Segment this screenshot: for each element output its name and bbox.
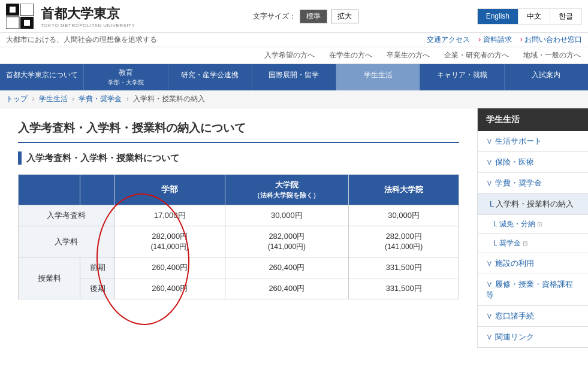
request-link[interactable]: › 資料請求	[478, 35, 511, 45]
table-header-houka: 法科大学院	[349, 175, 459, 205]
main-nav-item-career[interactable]: キャリア・就職	[420, 64, 504, 90]
access-link[interactable]: 交通アクセス	[427, 35, 470, 45]
label-spring: 前期	[80, 257, 114, 278]
sidebar-item-procedures[interactable]: ∨ 窓口諸手続	[478, 306, 588, 327]
main-nav-item-education[interactable]: 教育 学部・大学院	[84, 64, 168, 90]
cat-nav-item-2[interactable]: 在学生の方へ	[322, 47, 379, 63]
university-name: 首都大学東京	[41, 5, 135, 23]
logo-area: 首都大学東京 TOKYO METROPOLITAN UNIVERSITY	[6, 4, 135, 29]
value-exam-gakubu: 17,000円	[114, 205, 225, 226]
breadcrumb-student[interactable]: 学生生活	[39, 95, 68, 103]
sidebar: 学生生活 ∨ 生活サポート ∨ 保険・医療 ∨ 学費・奨学金 L 入学料・授業料…	[477, 108, 588, 348]
value-tuition-spring-houka: 331,500円	[349, 257, 459, 278]
section-marker	[18, 151, 22, 165]
cat-nav-item-3[interactable]: 卒業生の方へ	[379, 47, 437, 63]
svg-rect-1	[20, 4, 34, 16]
breadcrumb-current: 入学料・授業料の納入	[133, 95, 205, 103]
label-fall: 後期	[80, 278, 114, 299]
value-tuition-spring-gakubu: 260,400円	[114, 257, 225, 278]
label-tuition: 授業料	[19, 257, 80, 299]
breadcrumb: トップ › 学生生活 › 学費・奨学金 › 入学料・授業料の納入	[0, 90, 588, 108]
main-nav-item-research[interactable]: 研究・産学公連携	[168, 64, 252, 90]
sidebar-item-active[interactable]: L 入学料・授業料の納入	[478, 194, 588, 215]
label-admission: 入学料	[19, 226, 115, 257]
cat-nav-item-4[interactable]: 企業・研究者の方へ	[437, 47, 516, 63]
sidebar-item-insurance[interactable]: ∨ 保険・医療	[478, 152, 588, 173]
fee-table: 学部 大学院（法科大学院を除く） 法科大学院 入学考査料 17,000円 30,…	[18, 174, 459, 299]
value-tuition-fall-gakubu: 260,400円	[114, 278, 225, 299]
table-row-tuition-spring: 授業料 前期 260,400円 260,400円 331,500円	[19, 257, 459, 278]
value-exam-houka: 30,000円	[349, 205, 459, 226]
label-entrance-exam: 入学考査料	[19, 205, 115, 226]
svg-rect-5	[24, 20, 30, 26]
value-admission-daigakuin: 282,000円(141,000円)	[225, 226, 349, 257]
font-size-area: 文字サイズ： 標準 拡大	[253, 10, 358, 23]
value-tuition-fall-houka: 331,500円	[349, 278, 459, 299]
font-standard-button[interactable]: 標準	[300, 10, 327, 23]
table-header-empty2	[80, 175, 114, 205]
university-tagline: 大都市における、人間社会の理想像を追求する	[6, 35, 157, 45]
breadcrumb-fees[interactable]: 学費・奨学金	[79, 95, 122, 103]
breadcrumb-top[interactable]: トップ	[6, 95, 28, 103]
main-content: 入学考査料・入学料・授業料の納入について 入学考査料・入学料・授業料について 学…	[0, 108, 477, 348]
table-header-gakubu: 学部	[114, 175, 225, 205]
sidebar-item-curriculum[interactable]: ∨ 履修・授業・資格課程等	[478, 274, 588, 306]
value-exam-daigakuin: 30,000円	[225, 205, 349, 226]
sidebar-item-reduction[interactable]: L 減免・分納 ⊡	[478, 215, 588, 234]
value-tuition-spring-daigakuin: 260,400円	[225, 257, 349, 278]
lang-english-button[interactable]: English	[478, 9, 518, 24]
sidebar-item-fees[interactable]: ∨ 学費・奨学金	[478, 173, 588, 194]
table-row-admission-fee: 入学料 282,000円(141,000円) 282,000円(141,000円…	[19, 226, 459, 257]
svg-rect-2	[6, 17, 19, 29]
main-nav: 首都大学東京について 教育 学部・大学院 研究・産学公連携 国際展開・留学 学生…	[0, 64, 588, 90]
main-nav-item-admission[interactable]: 入試案内	[505, 64, 588, 90]
section-title: 入学考査料・入学料・授業料について	[26, 153, 179, 164]
table-wrapper: 学部 大学院（法科大学院を除く） 法科大学院 入学考査料 17,000円 30,…	[18, 174, 459, 305]
sidebar-title: 学生生活	[478, 108, 588, 131]
sub-header-links: 交通アクセス › 資料請求 › お問い合わせ窓口	[427, 35, 582, 45]
font-large-button[interactable]: 拡大	[331, 10, 358, 23]
university-logo	[6, 4, 35, 29]
lang-korean-button[interactable]: 한글	[550, 9, 581, 24]
table-header-empty1	[19, 175, 80, 205]
sidebar-item-facility[interactable]: ∨ 施設の利用	[478, 253, 588, 274]
cat-nav-item-5[interactable]: 地域・一般の方へ	[516, 47, 588, 63]
contact-link[interactable]: › お問い合わせ窓口	[520, 35, 582, 45]
cat-nav-item-1[interactable]: 入学希望の方へ	[257, 47, 322, 63]
main-nav-item-international[interactable]: 国際展開・留学	[252, 64, 336, 90]
main-nav-item-university[interactable]: 首都大学東京について	[0, 64, 84, 90]
lang-chinese-button[interactable]: 中文	[518, 9, 550, 24]
value-admission-gakubu: 282,000円(141,000円)	[114, 226, 225, 257]
table-header-daigakuin: 大学院（法科大学院を除く）	[225, 175, 349, 205]
svg-rect-4	[10, 7, 16, 13]
university-name-en: TOKYO METROPOLITAN UNIVERSITY	[41, 23, 135, 28]
table-row-tuition-fall: 後期 260,400円 260,400円 331,500円	[19, 278, 459, 299]
sidebar-item-support[interactable]: ∨ 生活サポート	[478, 131, 588, 152]
value-admission-houka: 282,000円(141,000円)	[349, 226, 459, 257]
sidebar-item-scholarship[interactable]: L 奨学金 ⊡	[478, 234, 588, 253]
page-title: 入学考査料・入学料・授業料の納入について	[18, 120, 459, 143]
language-selector: English 中文 한글	[477, 8, 582, 25]
table-row-entrance-exam: 入学考査料 17,000円 30,000円 30,000円	[19, 205, 459, 226]
category-nav: 入学希望の方へ 在学生の方へ 卒業生の方へ 企業・研究者の方へ 地域・一般の方へ	[0, 47, 588, 64]
main-nav-item-student-life[interactable]: 学生生活	[336, 64, 420, 90]
value-tuition-fall-daigakuin: 260,400円	[225, 278, 349, 299]
sidebar-item-links[interactable]: ∨ 関連リンク	[478, 327, 588, 348]
